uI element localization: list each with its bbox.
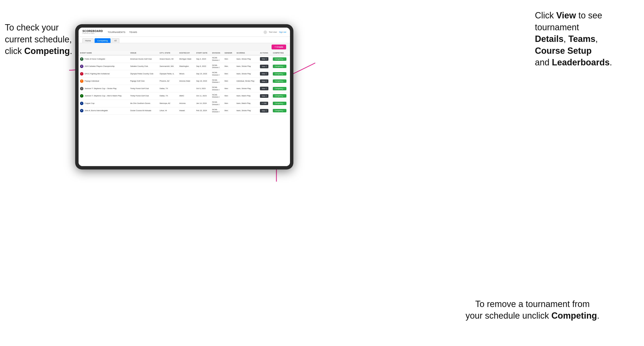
cell-hosted: Arizona State <box>178 77 195 85</box>
cell-competing: Competing ✓ <box>271 92 290 100</box>
col-start-date: START DATE <box>195 51 211 55</box>
cell-scoring: team, Match Play <box>235 92 258 100</box>
cell-hosted: ABAC <box>178 92 195 100</box>
view-button[interactable]: View ℹ <box>260 65 268 68</box>
cell-division: NCAADivision I <box>211 63 223 70</box>
annotation-bottom-right: To remove a tournament from your schedul… <box>450 298 615 322</box>
team-logo: W <box>80 65 84 68</box>
cell-start-date: Oct 11, 2023 <box>195 92 211 100</box>
cell-hosted: Illinois <box>178 70 195 78</box>
cell-competing: Competing ✓ <box>271 55 290 63</box>
cell-start-date: Sep 4, 2023 <box>195 55 211 63</box>
col-venue: VENUE <box>129 51 158 55</box>
info-icon: ℹ <box>266 58 267 60</box>
cell-gender: Men <box>223 107 235 115</box>
cell-city: Grand Haven, MI <box>158 55 178 63</box>
event-name-text: OFCC Fighting Illini Invitational <box>84 73 110 75</box>
table-row: M Folds of Honor Collegiate American Dun… <box>78 55 290 63</box>
sign-out-link[interactable]: Sign out <box>279 31 286 33</box>
col-gender: GENDER <box>223 51 235 55</box>
view-button[interactable]: View ℹ <box>260 87 268 90</box>
table-row: I OFCC Fighting Illini Invitational Olym… <box>78 70 290 78</box>
cell-venue: Ak-Chin Southern Dunes <box>129 100 158 107</box>
scoreboard-brand: SCOREBOARD Powered by clippd <box>82 30 103 34</box>
view-button[interactable]: View ℹ <box>260 94 268 98</box>
cell-actions: View ℹ <box>258 55 271 63</box>
table-row: H John A. Burns Intercollegiate Ocean Co… <box>78 107 290 115</box>
cell-actions: View ℹ <box>258 85 271 93</box>
cell-event-name: J Jackson T. Stephens Cup – Stroke Play <box>78 85 129 93</box>
competing-button[interactable]: Competing ✓ <box>273 94 286 98</box>
cell-gender: Men <box>223 85 235 93</box>
cell-actions: View ℹ <box>258 92 271 100</box>
cell-competing: Competing ✓ <box>271 85 290 93</box>
cell-event-name: J Jackson T. Stephens Cup – Men's Match … <box>78 92 129 100</box>
competing-button[interactable]: Competing ✓ <box>273 72 286 76</box>
cell-scoring: team, Stroke Play <box>235 85 258 93</box>
cell-city: Maricopa, AZ <box>158 100 178 107</box>
create-button[interactable]: + Create <box>272 44 286 49</box>
tab-home[interactable]: Home <box>82 38 94 43</box>
cell-venue: Trinity Forest Golf Club <box>129 85 158 93</box>
cell-actions: View ℹ <box>258 70 271 78</box>
action-bar: + Create <box>78 43 290 51</box>
competing-button[interactable]: Competing ✓ <box>273 102 286 105</box>
view-button[interactable]: View ℹ <box>260 109 268 113</box>
cell-division: NCAADivision I <box>211 70 223 78</box>
nav-tournaments[interactable]: TOURNAMENTS <box>108 31 125 33</box>
info-icon: ℹ <box>266 110 267 112</box>
tablet-shell: SCOREBOARD Powered by clippd TOURNAMENTS… <box>75 24 294 170</box>
event-name-text: 2023 Sahalee Players Championship <box>84 65 114 68</box>
table-header-row: EVENT NAME VENUE CITY, STATE HOSTED BY S… <box>78 51 290 55</box>
competing-button[interactable]: Competing ✓ <box>273 109 286 112</box>
team-logo: P <box>80 79 84 83</box>
cell-hosted: Hawaii <box>178 107 195 115</box>
cell-competing: Competing ✓ <box>271 100 290 107</box>
table-row: A Copper Cup Ak-Chin Southern DunesMaric… <box>78 100 290 107</box>
competing-button[interactable]: Competing ✓ <box>273 87 286 90</box>
tournaments-table-container: EVENT NAME VENUE CITY, STATE HOSTED BY S… <box>78 51 290 166</box>
cell-gender: Men <box>223 92 235 100</box>
cell-city: Olympia Fields, IL <box>158 70 178 78</box>
cell-venue: Trinity Forest Golf Club <box>129 92 158 100</box>
competing-button[interactable]: Competing ✓ <box>273 79 286 83</box>
cell-city: Sammamish, WA <box>158 63 178 70</box>
cell-venue: Papago Golf Club <box>129 77 158 85</box>
info-icon: ℹ <box>266 95 267 97</box>
view-button[interactable]: View ℹ <box>260 79 268 83</box>
col-division: DIVISION <box>211 51 223 55</box>
cell-event-name: M Folds of Honor Collegiate <box>78 55 129 63</box>
table-row: J Jackson T. Stephens Cup – Men's Match … <box>78 92 290 100</box>
cell-venue: Sahalee Country Club <box>129 63 158 70</box>
cell-competing: Competing ✓ <box>271 77 290 85</box>
team-logo: J <box>80 94 84 98</box>
info-icon: ℹ <box>266 73 267 75</box>
table-row: J Jackson T. Stephens Cup – Stroke Play … <box>78 85 290 93</box>
user-avatar-icon <box>264 30 267 34</box>
scoreboard-sub: Powered by clippd <box>82 32 103 34</box>
nav-teams[interactable]: TEAMS <box>129 31 137 33</box>
edit-button[interactable]: ✏ Edit <box>260 102 268 105</box>
cell-hosted: Washington <box>178 63 195 70</box>
cell-gender: Men <box>223 55 235 63</box>
event-name-text: Jackson T. Stephens Cup – Men's Match Pl… <box>84 95 122 97</box>
cell-competing: Competing ✓ <box>271 70 290 78</box>
tablet-screen: SCOREBOARD Powered by clippd TOURNAMENTS… <box>78 28 290 166</box>
event-name-text: Copper Cup <box>84 102 94 105</box>
cell-competing: Competing ✓ <box>271 107 290 115</box>
tab-competing[interactable]: Competing <box>94 38 110 43</box>
cell-venue: Olympia Fields Country Club <box>129 70 158 78</box>
tab-all[interactable]: All <box>112 38 119 43</box>
cell-scoring: team, Stroke Play <box>235 70 258 78</box>
team-logo: M <box>80 57 84 61</box>
col-event-name: EVENT NAME <box>78 51 129 55</box>
competing-button[interactable]: Competing ✓ <box>273 57 286 61</box>
cell-venue: American Dunes Golf Club <box>129 55 158 63</box>
view-button[interactable]: View ℹ <box>260 72 268 76</box>
view-button[interactable]: View ℹ <box>260 57 268 61</box>
cell-gender: Men <box>223 70 235 78</box>
cell-competing: Competing ✓ <box>271 63 290 70</box>
info-icon: ℹ <box>266 65 267 68</box>
competing-button[interactable]: Competing ✓ <box>273 65 286 68</box>
event-name-text: Folds of Honor Collegiate <box>84 58 105 60</box>
